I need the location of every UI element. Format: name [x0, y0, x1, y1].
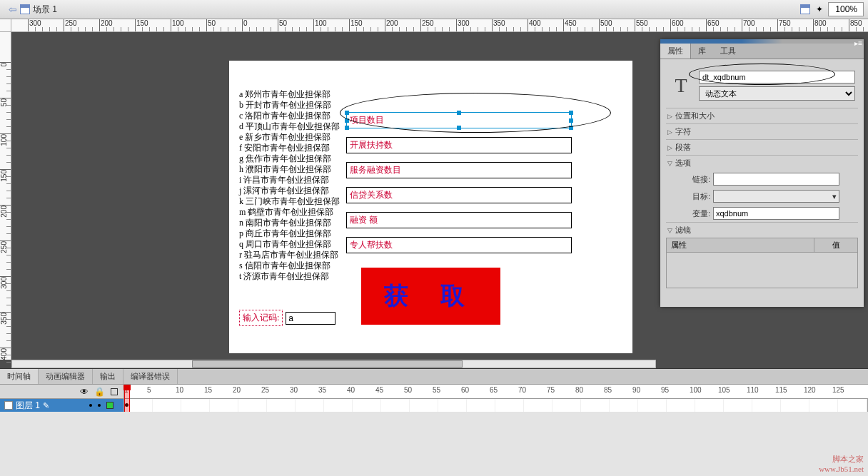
eye-icon[interactable]: 👁	[80, 387, 89, 397]
edit-symbols-icon[interactable]: ✦	[814, 4, 825, 15]
tab-motion-editor[interactable]: 动画编辑器	[39, 369, 93, 384]
zoom-input[interactable]: 100%	[828, 2, 864, 16]
frame-number: 65	[490, 386, 498, 394]
selection-handle[interactable]	[345, 111, 349, 115]
frame-number: 15	[204, 386, 212, 394]
frame-number: 45	[375, 386, 383, 394]
layer-row-1[interactable]: 图层 1 ✎	[0, 399, 868, 412]
city-item: a 郑州市青年创业担保部	[239, 89, 340, 100]
filter-list[interactable]	[666, 253, 858, 288]
target-label: 目标:	[685, 191, 710, 202]
chevron-right-icon: ▷	[667, 144, 672, 151]
frame-number: 75	[547, 386, 555, 394]
frame-number: 70	[518, 386, 526, 394]
selection-handle[interactable]	[457, 111, 461, 115]
filter-col-property: 属性	[667, 238, 814, 252]
code-input-field[interactable]: a	[286, 312, 335, 325]
frame-number: 80	[575, 386, 583, 394]
dynamic-text-field-4[interactable]: 融资 额	[346, 212, 572, 228]
text-type-select[interactable]: 动态文本	[699, 86, 855, 101]
frame-number: 90	[632, 386, 640, 394]
link-input[interactable]	[713, 173, 839, 186]
field-label: 专人帮扶数	[347, 238, 571, 253]
code-input-label: 输入记码:	[239, 310, 283, 326]
top-toolbar: ⇦ 场景 1 ✦ 100%	[0, 0, 868, 19]
get-button[interactable]: 获 取	[361, 268, 500, 325]
frame-number: 125	[832, 386, 844, 394]
scrollbar-thumb[interactable]	[192, 360, 462, 368]
canvas[interactable]: a 郑州市青年创业担保部b 开封市青年创业担保部c 洛阳市青年创业担保部d 平顶…	[229, 61, 632, 353]
city-item: p 商丘市青年创业担保部	[239, 228, 340, 239]
dynamic-text-field-0[interactable]: 项目数目	[346, 112, 572, 128]
text-tool-icon: T	[669, 74, 693, 97]
chevron-right-icon: ▷	[667, 128, 672, 136]
panel-titlebar[interactable]: ▸≡	[660, 39, 864, 44]
tab-timeline[interactable]: 时间轴	[0, 369, 39, 384]
scene-breadcrumb[interactable]: ⇦ 场景 1	[4, 2, 61, 17]
dynamic-text-field-1[interactable]: 开展扶持数	[346, 137, 572, 153]
frame-number: 55	[433, 386, 440, 394]
visible-dot[interactable]	[89, 404, 92, 407]
edit-scene-icon[interactable]	[799, 4, 811, 15]
layer-header: 👁 🔒	[0, 385, 124, 398]
horizontal-ruler: 3002502001501005005010015020025030035040…	[11, 19, 868, 32]
panel-menu-icon[interactable]: ▸≡	[854, 39, 862, 47]
city-item: s 信阳市青年创业担保部	[239, 260, 340, 271]
timeline-empty-area[interactable]	[0, 412, 868, 476]
target-row: 目标: ▾	[666, 188, 858, 205]
selection-handle[interactable]	[457, 126, 461, 130]
ruler-corner	[0, 19, 11, 32]
frame-number: 120	[804, 386, 816, 394]
dynamic-text-field-3[interactable]: 信贷关系数	[346, 187, 572, 203]
tab-output[interactable]: 输出	[93, 369, 123, 384]
frame-number: 95	[661, 386, 669, 394]
playhead[interactable]	[124, 385, 130, 412]
city-item: k 三门峡市青年创业担保部	[239, 196, 340, 207]
section-paragraph[interactable]: ▷段落	[666, 139, 858, 155]
instance-name-input[interactable]	[699, 71, 855, 83]
stage-hscrollbar[interactable]	[11, 360, 656, 368]
selection-handle[interactable]	[569, 111, 573, 115]
outline-color-chip[interactable]	[106, 402, 113, 409]
target-select[interactable]: ▾	[713, 190, 839, 203]
frame-number: 100	[690, 386, 702, 394]
city-item: q 周口市青年创业担保部	[239, 239, 340, 250]
selection-handle[interactable]	[345, 126, 349, 130]
section-position-size[interactable]: ▷位置和大小	[666, 108, 858, 123]
section-character[interactable]: ▷字符	[666, 123, 858, 139]
frame-number: 35	[318, 386, 326, 394]
section-options[interactable]: ▽选项	[666, 155, 858, 171]
outline-icon[interactable]	[111, 388, 118, 395]
city-item: j 漯河市青年创业担保部	[239, 186, 340, 196]
tab-compiler-errors[interactable]: 编译器错误	[123, 369, 178, 384]
dynamic-text-field-5[interactable]: 专人帮扶数	[346, 237, 572, 253]
back-arrow-icon: ⇦	[9, 4, 17, 15]
stage-area[interactable]: a 郑州市青年创业担保部b 开封市青年创业担保部c 洛阳市青年创业担保部d 平顶…	[11, 32, 656, 360]
dynamic-text-field-2[interactable]: 服务融资数目	[346, 162, 572, 178]
panel-tabs: 属性 库 工具	[660, 44, 864, 59]
city-item: g 焦作市青年创业担保部	[239, 153, 340, 164]
scrollbar-track[interactable]	[11, 360, 656, 368]
section-filters[interactable]: ▽滤镜	[666, 222, 858, 238]
bottom-tabs: 时间轴 动画编辑器 输出 编译器错误	[0, 369, 868, 385]
instance-type-row: T 动态文本	[666, 64, 858, 108]
selection-handle[interactable]	[345, 118, 349, 123]
city-list: a 郑州市青年创业担保部b 开封市青年创业担保部c 洛阳市青年创业担保部d 平顶…	[239, 89, 340, 282]
tab-library[interactable]: 库	[691, 44, 713, 59]
chevron-down-icon: ▽	[667, 227, 672, 234]
selection-handle[interactable]	[569, 118, 573, 123]
properties-panel: ▸≡ 属性 库 工具 T 动态文本 ▷位置和大小 ▷字符 ▷段落 ▽选项 链接:…	[660, 39, 864, 307]
chevron-down-icon: ▾	[832, 192, 837, 201]
lock-dot[interactable]	[98, 404, 101, 407]
tab-properties[interactable]: 属性	[660, 44, 691, 59]
selection-handle[interactable]	[569, 126, 573, 130]
watermark: 脚本之家 www.Jb51.net	[819, 454, 864, 473]
city-item: c 洛阳市青年创业担保部	[239, 111, 340, 121]
variable-input[interactable]	[713, 207, 839, 220]
lock-icon[interactable]: 🔒	[94, 387, 105, 397]
frame-number: 5	[147, 386, 151, 394]
frames-track[interactable]	[124, 399, 868, 412]
scene-label: 场景 1	[33, 4, 57, 16]
tab-tools[interactable]: 工具	[713, 44, 743, 59]
pencil-icon: ✎	[43, 401, 49, 410]
